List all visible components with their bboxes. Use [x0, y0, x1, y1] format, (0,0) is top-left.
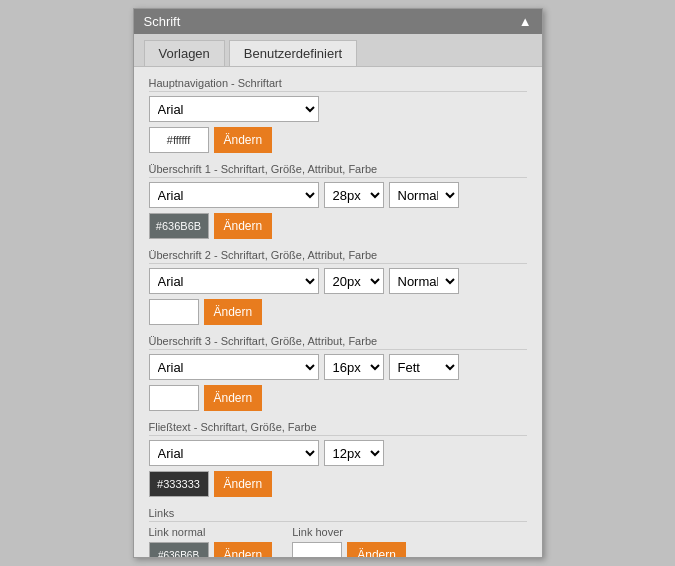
h1-color-row: #636B6B Ändern: [149, 213, 527, 239]
section-h1: Überschrift 1 - Schriftart, Größe, Attri…: [149, 163, 527, 239]
body-text-controls-row: Arial Times New Roman Verdana 12px 10px …: [149, 440, 527, 466]
section-links: Links Link normal #636B6B Ändern Link ho…: [149, 507, 527, 557]
link-normal-controls: #636B6B Ändern: [149, 542, 273, 557]
h3-label: Überschrift 3 - Schriftart, Größe, Attri…: [149, 335, 527, 350]
section-h2: Überschrift 2 - Schriftart, Größe, Attri…: [149, 249, 527, 325]
h1-attr-select[interactable]: Normal Fett Kursiv: [389, 182, 459, 208]
main-nav-color-box: #ffffff: [149, 127, 209, 153]
body-text-label: Fließtext - Schriftart, Größe, Farbe: [149, 421, 527, 436]
h3-attr-select[interactable]: Fett Normal Kursiv: [389, 354, 459, 380]
links-label: Links: [149, 507, 527, 522]
h3-color-row: Ändern: [149, 385, 527, 411]
tab-vorlagen[interactable]: Vorlagen: [144, 40, 225, 66]
body-text-color-row: #333333 Ändern: [149, 471, 527, 497]
schrift-window: Schrift ▲ Vorlagen Benutzerdefiniert Hau…: [133, 8, 543, 558]
h3-change-btn[interactable]: Ändern: [204, 385, 263, 411]
h2-controls-row: Arial Times New Roman Verdana 20px 24px …: [149, 268, 527, 294]
h2-color-box: [149, 299, 199, 325]
main-nav-label: Hauptnavigation - Schriftart: [149, 77, 527, 92]
links-row: Link normal #636B6B Ändern Link hover Än…: [149, 526, 527, 557]
h2-size-select[interactable]: 20px 24px 28px 16px: [324, 268, 384, 294]
h1-size-select[interactable]: 28px 24px 20px 16px: [324, 182, 384, 208]
link-normal-group: Link normal #636B6B Ändern: [149, 526, 273, 557]
section-h3: Überschrift 3 - Schriftart, Größe, Attri…: [149, 335, 527, 411]
h2-color-row: Ändern: [149, 299, 527, 325]
h2-font-select[interactable]: Arial Times New Roman Verdana: [149, 268, 319, 294]
body-text-font-select[interactable]: Arial Times New Roman Verdana: [149, 440, 319, 466]
h1-controls-row: Arial Times New Roman Verdana 28px 24px …: [149, 182, 527, 208]
window-title: Schrift: [144, 14, 181, 29]
tab-benutzerdefiniert[interactable]: Benutzerdefiniert: [229, 40, 357, 66]
main-nav-font-row: Arial Times New Roman Verdana: [149, 96, 527, 122]
h2-change-btn[interactable]: Ändern: [204, 299, 263, 325]
link-hover-color-box: [292, 542, 342, 557]
h3-font-select[interactable]: Arial Times New Roman Verdana: [149, 354, 319, 380]
collapse-icon[interactable]: ▲: [519, 14, 532, 29]
link-normal-change-btn[interactable]: Ändern: [214, 542, 273, 557]
main-nav-color-row: #ffffff Ändern: [149, 127, 527, 153]
main-nav-font-select[interactable]: Arial Times New Roman Verdana: [149, 96, 319, 122]
body-text-size-select[interactable]: 12px 10px 14px 16px: [324, 440, 384, 466]
h1-color-box: #636B6B: [149, 213, 209, 239]
h3-color-box: [149, 385, 199, 411]
h1-label: Überschrift 1 - Schriftart, Größe, Attri…: [149, 163, 527, 178]
link-normal-label: Link normal: [149, 526, 273, 538]
link-hover-group: Link hover Ändern: [292, 526, 406, 557]
h2-label: Überschrift 2 - Schriftart, Größe, Attri…: [149, 249, 527, 264]
link-hover-label: Link hover: [292, 526, 406, 538]
content-area: Hauptnavigation - Schriftart Arial Times…: [134, 67, 542, 557]
body-text-change-btn[interactable]: Ändern: [214, 471, 273, 497]
link-hover-change-btn[interactable]: Ändern: [347, 542, 406, 557]
section-main-nav: Hauptnavigation - Schriftart Arial Times…: [149, 77, 527, 153]
link-normal-color-box: #636B6B: [149, 542, 209, 557]
h3-size-select[interactable]: 16px 12px 14px 18px: [324, 354, 384, 380]
link-hover-controls: Ändern: [292, 542, 406, 557]
h1-font-select[interactable]: Arial Times New Roman Verdana: [149, 182, 319, 208]
h3-controls-row: Arial Times New Roman Verdana 16px 12px …: [149, 354, 527, 380]
h2-attr-select[interactable]: Normal Fett Kursiv: [389, 268, 459, 294]
tab-bar: Vorlagen Benutzerdefiniert: [134, 34, 542, 67]
main-nav-change-btn[interactable]: Ändern: [214, 127, 273, 153]
h1-change-btn[interactable]: Ändern: [214, 213, 273, 239]
section-body-text: Fließtext - Schriftart, Größe, Farbe Ari…: [149, 421, 527, 497]
title-bar: Schrift ▲: [134, 9, 542, 34]
body-text-color-box: #333333: [149, 471, 209, 497]
